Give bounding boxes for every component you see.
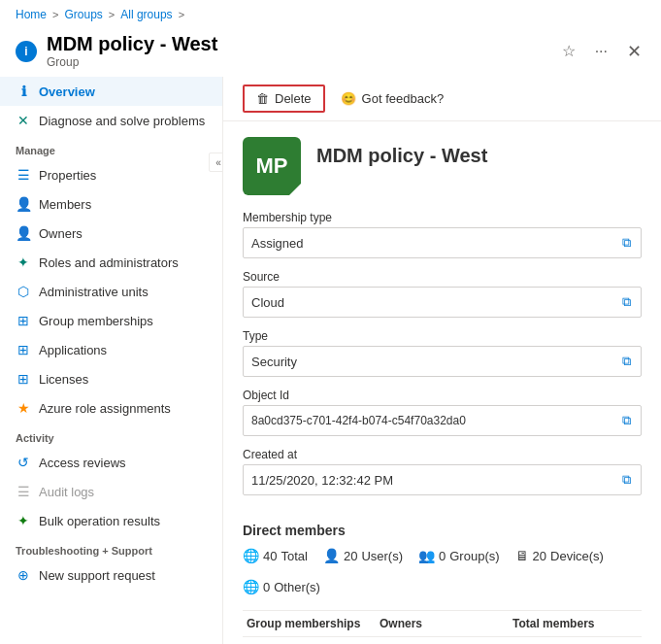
stat-total: 🌐 40 Total	[243, 548, 308, 563]
pin-button[interactable]: ☆	[558, 38, 579, 64]
breadcrumb-home[interactable]: Home	[16, 8, 47, 21]
membership-type-copy[interactable]: ⧉	[620, 235, 633, 251]
access-reviews-icon: ↺	[16, 455, 31, 470]
sidebar-item-admin-units-label: Administrative units	[39, 285, 149, 299]
breadcrumb-all-groups[interactable]: All groups	[120, 8, 172, 21]
sidebar-item-licenses[interactable]: ⊞ Licenses	[0, 364, 222, 393]
type-label: Type	[243, 329, 642, 343]
members-stats: 🌐 40 Total 👤 20 User(s) 👥 0 Group(s)	[243, 548, 642, 594]
sidebar-item-owners-label: Owners	[39, 226, 83, 241]
sidebar-item-group-memberships-label: Group memberships	[39, 314, 153, 328]
owners-icon: 👤	[16, 225, 31, 241]
stat-others: 🌐 0 Other(s)	[243, 579, 320, 594]
sidebar-item-audit-logs-label: Audit logs	[39, 485, 94, 499]
sidebar-item-bulk-ops[interactable]: ✦ Bulk operation results	[0, 506, 222, 535]
sidebar-item-audit-logs[interactable]: ☰ Audit logs	[0, 477, 222, 506]
sidebar-item-roles-label: Roles and administrators	[39, 255, 179, 270]
table-divider	[243, 610, 642, 611]
stat-users: 👤 20 User(s)	[323, 548, 403, 563]
feedback-button[interactable]: 😊 Got feedback?	[333, 86, 452, 111]
total-value: 40	[263, 549, 277, 563]
sidebar-item-properties-label: Properties	[39, 168, 96, 183]
sidebar-item-members-label: Members	[39, 197, 91, 212]
breadcrumb-sep-3: >	[179, 9, 184, 20]
feedback-label: Got feedback?	[362, 91, 445, 106]
object-id-value-box: 8a0cd375-c701-42f4-b074-c54f70a32da0 ⧉	[243, 405, 642, 436]
group-memberships-icon: ⊞	[16, 313, 31, 328]
devices-label: Device(s)	[550, 549, 604, 563]
feedback-icon: 😊	[341, 91, 356, 106]
group-avatar: MP	[243, 137, 301, 195]
bottom-table: Group memberships Owners Total members 🌐…	[223, 610, 661, 644]
sidebar-collapse-button[interactable]: «	[209, 153, 223, 172]
delete-label: Delete	[275, 91, 312, 106]
object-id-value: 8a0cd375-c701-42f4-b074-c54f70a32da0	[251, 414, 466, 427]
sidebar-item-new-support[interactable]: ⊕ New support request	[0, 560, 222, 590]
sidebar-section-troubleshoot: Troubleshooting + Support	[0, 535, 222, 560]
object-id-copy[interactable]: ⧉	[620, 413, 633, 428]
created-at-label: Created at	[243, 448, 642, 461]
created-at-copy[interactable]: ⧉	[620, 472, 633, 488]
overview-section: MP MDM policy - West Membership type Ass…	[223, 121, 661, 523]
sidebar-section-activity: Activity	[0, 423, 222, 448]
source-copy[interactable]: ⧉	[620, 294, 633, 310]
table-col-group-memberships: Group memberships	[243, 615, 376, 632]
roles-icon: ✦	[16, 254, 31, 270]
field-object-id: Object Id 8a0cd375-c701-42f4-b074-c54f70…	[243, 389, 642, 436]
page-header: i MDM policy - West Group ☆ ··· ✕	[0, 29, 661, 77]
field-membership-type: Membership type Assigned ⧉	[243, 211, 642, 258]
page-subtitle: Group	[47, 55, 217, 69]
source-value-box: Cloud ⧉	[243, 287, 642, 318]
object-id-label: Object Id	[243, 389, 642, 402]
members-icon: 👤	[16, 196, 31, 212]
sidebar-item-diagnose-label: Diagnose and solve problems	[39, 114, 205, 128]
sidebar-item-applications-label: Applications	[39, 343, 107, 357]
app-root: Home > Groups > All groups > i MDM polic…	[0, 0, 661, 644]
field-source: Source Cloud ⧉	[243, 270, 642, 318]
admin-units-icon: ⬡	[16, 284, 31, 299]
sidebar-section-manage: Manage	[0, 135, 222, 160]
table-col-owners: Owners	[376, 615, 509, 632]
page-header-left: i MDM policy - West Group	[16, 33, 217, 69]
field-type: Type Security ⧉	[243, 329, 642, 377]
sidebar-item-applications[interactable]: ⊞ Applications	[0, 335, 222, 364]
sidebar-item-members[interactable]: 👤 Members	[0, 189, 222, 219]
type-value: Security	[251, 355, 297, 369]
group-info-header: MP MDM policy - West	[243, 137, 642, 195]
close-button[interactable]: ✕	[623, 37, 645, 66]
more-button[interactable]: ···	[591, 39, 611, 64]
others-value: 0	[263, 580, 270, 594]
sidebar-item-group-memberships[interactable]: ⊞ Group memberships	[0, 306, 222, 335]
source-value: Cloud	[251, 295, 284, 310]
properties-icon: ☰	[16, 167, 31, 183]
breadcrumb-sep-2: >	[109, 9, 115, 20]
bulk-ops-icon: ✦	[16, 513, 31, 528]
stat-devices: 🖥 20 Device(s)	[515, 548, 604, 563]
groups-icon: 👥	[418, 548, 435, 563]
users-label: User(s)	[361, 549, 403, 563]
type-copy[interactable]: ⧉	[620, 354, 633, 369]
sidebar-item-azure-role-label: Azure role assignments	[39, 401, 171, 416]
sidebar-item-properties[interactable]: ☰ Properties	[0, 160, 222, 189]
type-value-box: Security ⧉	[243, 346, 642, 377]
sidebar-item-diagnose[interactable]: ✕ Diagnose and solve problems	[0, 106, 222, 135]
membership-type-value-box: Assigned ⧉	[243, 227, 642, 258]
sidebar-item-admin-units[interactable]: ⬡ Administrative units	[0, 277, 222, 306]
audit-logs-icon: ☰	[16, 484, 31, 499]
breadcrumb: Home > Groups > All groups >	[0, 0, 661, 29]
devices-value: 20	[533, 549, 546, 563]
total-icon: 🌐	[243, 548, 259, 563]
sidebar-item-access-reviews[interactable]: ↺ Access reviews	[0, 448, 222, 477]
page-header-icon: i	[16, 41, 37, 62]
membership-type-label: Membership type	[243, 211, 642, 224]
sidebar-item-azure-role[interactable]: ★ Azure role assignments	[0, 393, 222, 423]
sidebar-item-roles[interactable]: ✦ Roles and administrators	[0, 248, 222, 277]
delete-button[interactable]: 🗑 Delete	[243, 85, 325, 113]
sidebar-item-overview[interactable]: ℹ Overview	[0, 77, 222, 106]
licenses-icon: ⊞	[16, 371, 31, 387]
sidebar-item-owners[interactable]: 👤 Owners	[0, 219, 222, 248]
azure-role-icon: ★	[16, 400, 31, 416]
breadcrumb-sep-1: >	[52, 9, 58, 20]
breadcrumb-groups[interactable]: Groups	[64, 8, 102, 21]
overview-icon: ℹ	[16, 84, 31, 99]
